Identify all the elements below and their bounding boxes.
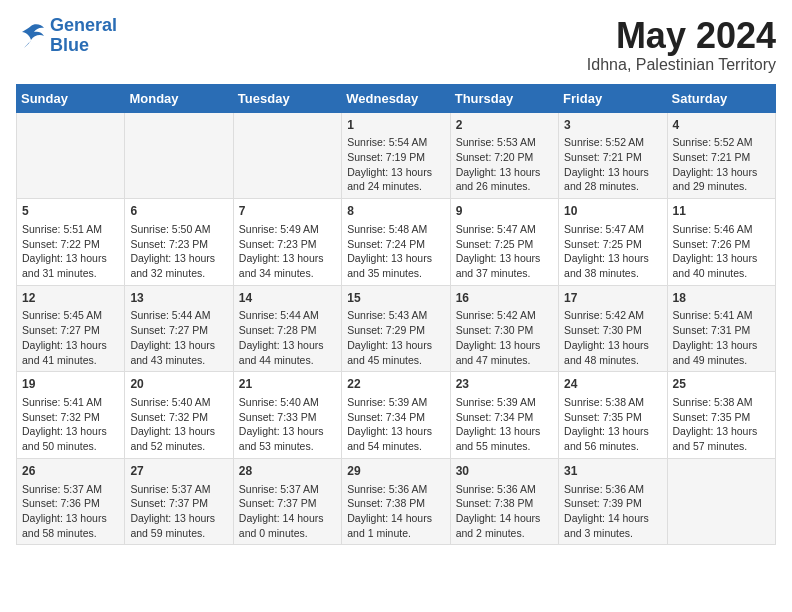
calendar-week-1: 1Sunrise: 5:54 AM Sunset: 7:19 PM Daylig…: [17, 112, 776, 199]
day-info: Sunrise: 5:41 AM Sunset: 7:31 PM Dayligh…: [673, 308, 770, 367]
day-info: Sunrise: 5:39 AM Sunset: 7:34 PM Dayligh…: [347, 395, 444, 454]
day-number: 30: [456, 463, 553, 480]
day-info: Sunrise: 5:52 AM Sunset: 7:21 PM Dayligh…: [564, 135, 661, 194]
day-number: 9: [456, 203, 553, 220]
day-info: Sunrise: 5:48 AM Sunset: 7:24 PM Dayligh…: [347, 222, 444, 281]
day-info: Sunrise: 5:43 AM Sunset: 7:29 PM Dayligh…: [347, 308, 444, 367]
calendar-cell: 13Sunrise: 5:44 AM Sunset: 7:27 PM Dayli…: [125, 285, 233, 372]
day-info: Sunrise: 5:36 AM Sunset: 7:39 PM Dayligh…: [564, 482, 661, 541]
calendar-week-3: 12Sunrise: 5:45 AM Sunset: 7:27 PM Dayli…: [17, 285, 776, 372]
calendar-cell: 18Sunrise: 5:41 AM Sunset: 7:31 PM Dayli…: [667, 285, 775, 372]
day-info: Sunrise: 5:47 AM Sunset: 7:25 PM Dayligh…: [564, 222, 661, 281]
day-number: 15: [347, 290, 444, 307]
day-info: Sunrise: 5:37 AM Sunset: 7:36 PM Dayligh…: [22, 482, 119, 541]
day-info: Sunrise: 5:38 AM Sunset: 7:35 PM Dayligh…: [673, 395, 770, 454]
calendar-body: 1Sunrise: 5:54 AM Sunset: 7:19 PM Daylig…: [17, 112, 776, 545]
day-info: Sunrise: 5:49 AM Sunset: 7:23 PM Dayligh…: [239, 222, 336, 281]
calendar-cell: 1Sunrise: 5:54 AM Sunset: 7:19 PM Daylig…: [342, 112, 450, 199]
calendar-cell: 11Sunrise: 5:46 AM Sunset: 7:26 PM Dayli…: [667, 199, 775, 286]
day-number: 16: [456, 290, 553, 307]
logo-bird-icon: [16, 22, 46, 50]
day-info: Sunrise: 5:44 AM Sunset: 7:28 PM Dayligh…: [239, 308, 336, 367]
day-info: Sunrise: 5:41 AM Sunset: 7:32 PM Dayligh…: [22, 395, 119, 454]
day-number: 25: [673, 376, 770, 393]
day-number: 5: [22, 203, 119, 220]
day-info: Sunrise: 5:39 AM Sunset: 7:34 PM Dayligh…: [456, 395, 553, 454]
calendar-week-4: 19Sunrise: 5:41 AM Sunset: 7:32 PM Dayli…: [17, 372, 776, 459]
calendar-cell: 9Sunrise: 5:47 AM Sunset: 7:25 PM Daylig…: [450, 199, 558, 286]
page-title: May 2024: [587, 16, 776, 56]
day-info: Sunrise: 5:51 AM Sunset: 7:22 PM Dayligh…: [22, 222, 119, 281]
calendar-cell: 7Sunrise: 5:49 AM Sunset: 7:23 PM Daylig…: [233, 199, 341, 286]
calendar-cell: [233, 112, 341, 199]
calendar-week-2: 5Sunrise: 5:51 AM Sunset: 7:22 PM Daylig…: [17, 199, 776, 286]
day-number: 20: [130, 376, 227, 393]
calendar-cell: [17, 112, 125, 199]
day-info: Sunrise: 5:40 AM Sunset: 7:32 PM Dayligh…: [130, 395, 227, 454]
day-info: Sunrise: 5:40 AM Sunset: 7:33 PM Dayligh…: [239, 395, 336, 454]
day-info: Sunrise: 5:37 AM Sunset: 7:37 PM Dayligh…: [130, 482, 227, 541]
weekday-header-saturday: Saturday: [667, 84, 775, 112]
calendar-cell: 17Sunrise: 5:42 AM Sunset: 7:30 PM Dayli…: [559, 285, 667, 372]
calendar-cell: 27Sunrise: 5:37 AM Sunset: 7:37 PM Dayli…: [125, 458, 233, 545]
calendar-cell: 4Sunrise: 5:52 AM Sunset: 7:21 PM Daylig…: [667, 112, 775, 199]
day-info: Sunrise: 5:46 AM Sunset: 7:26 PM Dayligh…: [673, 222, 770, 281]
calendar-cell: 6Sunrise: 5:50 AM Sunset: 7:23 PM Daylig…: [125, 199, 233, 286]
day-number: 24: [564, 376, 661, 393]
day-info: Sunrise: 5:44 AM Sunset: 7:27 PM Dayligh…: [130, 308, 227, 367]
day-number: 1: [347, 117, 444, 134]
day-info: Sunrise: 5:38 AM Sunset: 7:35 PM Dayligh…: [564, 395, 661, 454]
page-header: GeneralBlue May 2024 Idhna, Palestinian …: [16, 16, 776, 74]
day-number: 21: [239, 376, 336, 393]
weekday-header-sunday: Sunday: [17, 84, 125, 112]
calendar-cell: 29Sunrise: 5:36 AM Sunset: 7:38 PM Dayli…: [342, 458, 450, 545]
calendar-week-5: 26Sunrise: 5:37 AM Sunset: 7:36 PM Dayli…: [17, 458, 776, 545]
logo-text: GeneralBlue: [50, 16, 117, 56]
calendar-cell: 23Sunrise: 5:39 AM Sunset: 7:34 PM Dayli…: [450, 372, 558, 459]
calendar-cell: 8Sunrise: 5:48 AM Sunset: 7:24 PM Daylig…: [342, 199, 450, 286]
day-number: 7: [239, 203, 336, 220]
weekday-header-wednesday: Wednesday: [342, 84, 450, 112]
day-info: Sunrise: 5:47 AM Sunset: 7:25 PM Dayligh…: [456, 222, 553, 281]
calendar-cell: 21Sunrise: 5:40 AM Sunset: 7:33 PM Dayli…: [233, 372, 341, 459]
calendar-cell: 3Sunrise: 5:52 AM Sunset: 7:21 PM Daylig…: [559, 112, 667, 199]
day-info: Sunrise: 5:42 AM Sunset: 7:30 PM Dayligh…: [456, 308, 553, 367]
calendar-cell: [125, 112, 233, 199]
day-number: 23: [456, 376, 553, 393]
calendar-cell: 20Sunrise: 5:40 AM Sunset: 7:32 PM Dayli…: [125, 372, 233, 459]
title-block: May 2024 Idhna, Palestinian Territory: [587, 16, 776, 74]
calendar-cell: 15Sunrise: 5:43 AM Sunset: 7:29 PM Dayli…: [342, 285, 450, 372]
day-number: 13: [130, 290, 227, 307]
weekday-header-row: SundayMondayTuesdayWednesdayThursdayFrid…: [17, 84, 776, 112]
day-number: 8: [347, 203, 444, 220]
calendar-cell: [667, 458, 775, 545]
day-number: 29: [347, 463, 444, 480]
weekday-header-monday: Monday: [125, 84, 233, 112]
day-info: Sunrise: 5:37 AM Sunset: 7:37 PM Dayligh…: [239, 482, 336, 541]
calendar-cell: 10Sunrise: 5:47 AM Sunset: 7:25 PM Dayli…: [559, 199, 667, 286]
day-number: 4: [673, 117, 770, 134]
day-number: 6: [130, 203, 227, 220]
day-number: 31: [564, 463, 661, 480]
day-info: Sunrise: 5:45 AM Sunset: 7:27 PM Dayligh…: [22, 308, 119, 367]
calendar-cell: 5Sunrise: 5:51 AM Sunset: 7:22 PM Daylig…: [17, 199, 125, 286]
day-number: 28: [239, 463, 336, 480]
logo: GeneralBlue: [16, 16, 117, 56]
day-number: 26: [22, 463, 119, 480]
calendar-cell: 16Sunrise: 5:42 AM Sunset: 7:30 PM Dayli…: [450, 285, 558, 372]
day-number: 17: [564, 290, 661, 307]
day-number: 27: [130, 463, 227, 480]
day-info: Sunrise: 5:54 AM Sunset: 7:19 PM Dayligh…: [347, 135, 444, 194]
page-subtitle: Idhna, Palestinian Territory: [587, 56, 776, 74]
calendar-header: SundayMondayTuesdayWednesdayThursdayFrid…: [17, 84, 776, 112]
day-info: Sunrise: 5:52 AM Sunset: 7:21 PM Dayligh…: [673, 135, 770, 194]
day-number: 2: [456, 117, 553, 134]
day-info: Sunrise: 5:36 AM Sunset: 7:38 PM Dayligh…: [347, 482, 444, 541]
calendar-cell: 26Sunrise: 5:37 AM Sunset: 7:36 PM Dayli…: [17, 458, 125, 545]
calendar-table: SundayMondayTuesdayWednesdayThursdayFrid…: [16, 84, 776, 546]
day-info: Sunrise: 5:50 AM Sunset: 7:23 PM Dayligh…: [130, 222, 227, 281]
calendar-cell: 28Sunrise: 5:37 AM Sunset: 7:37 PM Dayli…: [233, 458, 341, 545]
day-number: 11: [673, 203, 770, 220]
weekday-header-tuesday: Tuesday: [233, 84, 341, 112]
calendar-cell: 31Sunrise: 5:36 AM Sunset: 7:39 PM Dayli…: [559, 458, 667, 545]
